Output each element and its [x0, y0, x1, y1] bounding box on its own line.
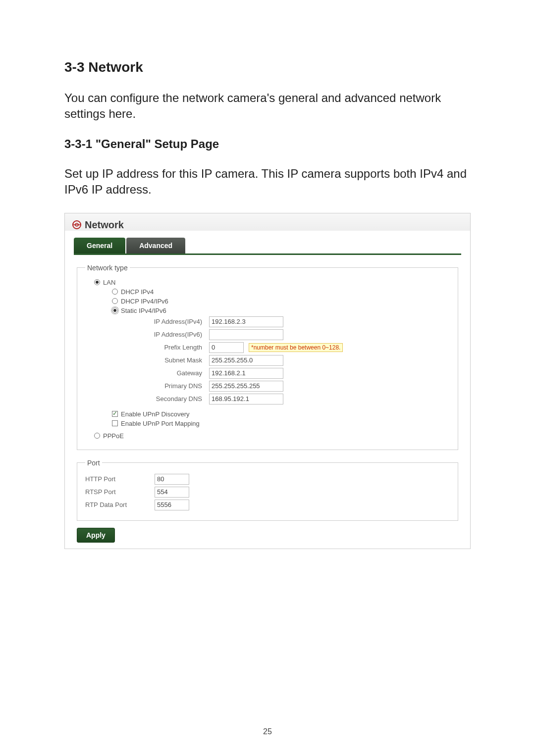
port-group: Port HTTP Port RTSP Port RTP Data Port: [77, 459, 458, 521]
secondary-dns-label: Secondary DNS: [130, 395, 209, 403]
radio-dhcp-ipv4-row[interactable]: DHCP IPv4: [112, 288, 450, 296]
upnp-discovery-label: Enable UPnP Discovery: [121, 410, 190, 418]
prefix-input[interactable]: [209, 342, 244, 353]
tab-advanced[interactable]: Advanced: [126, 238, 185, 253]
tabs: General Advanced: [74, 238, 461, 253]
port-legend: Port: [85, 459, 102, 467]
rtp-port-label: RTP Data Port: [85, 501, 155, 508]
rtsp-port-input[interactable]: [155, 487, 189, 498]
radio-pppoe-row[interactable]: PPPoE: [94, 432, 450, 440]
radio-lan-label: LAN: [103, 279, 115, 286]
tab-general[interactable]: General: [74, 238, 125, 253]
radio-dhcp-ipv4-ipv6-label: DHCP IPv4/IPv6: [121, 298, 168, 305]
ip-v4-input[interactable]: [209, 316, 283, 327]
network-panel: Network General Advanced Network type LA…: [64, 213, 471, 549]
intro-text: You can configure the network camera's g…: [64, 90, 471, 122]
primary-dns-label: Primary DNS: [130, 382, 209, 390]
radio-dhcp-ipv4-ipv6[interactable]: [112, 298, 118, 304]
prefix-label: Prefix Length: [130, 344, 209, 351]
subnet-input[interactable]: [209, 355, 283, 366]
sub-intro-text: Set up IP address for this IP camera. Th…: [64, 166, 471, 198]
upnp-port-mapping-label: Enable UPnP Port Mapping: [121, 420, 200, 427]
ip-v6-label: IP Address(IPv6): [130, 331, 209, 338]
page-number: 25: [0, 727, 535, 736]
radio-pppoe[interactable]: [94, 433, 100, 439]
sub-heading: 3-3-1 "General" Setup Page: [64, 137, 471, 151]
section-heading: 3-3 Network: [64, 59, 471, 75]
apply-button[interactable]: Apply: [77, 528, 115, 543]
radio-dhcp-ipv4[interactable]: [112, 289, 118, 295]
subnet-label: Subnet Mask: [130, 356, 209, 364]
http-port-input[interactable]: [155, 474, 189, 485]
gateway-label: Gateway: [130, 369, 209, 377]
network-type-legend: Network type: [85, 264, 130, 272]
rtp-port-input[interactable]: [155, 500, 189, 510]
radio-lan[interactable]: [94, 279, 100, 285]
upnp-port-mapping-row[interactable]: Enable UPnP Port Mapping: [112, 420, 450, 427]
ip-v4-label: IP Address(IPv4): [130, 318, 209, 325]
panel-header: Network: [65, 213, 470, 231]
checkbox-upnp-discovery[interactable]: [112, 411, 118, 417]
tab-underline: [74, 253, 461, 255]
prefix-hint: *number must be between 0~128.: [249, 343, 343, 352]
radio-static-row[interactable]: Static IPv4/IPv6: [112, 307, 450, 314]
panel-title: Network: [85, 219, 124, 231]
radio-dhcp-ipv4-label: DHCP IPv4: [121, 288, 154, 296]
network-icon: [72, 220, 82, 230]
upnp-discovery-row[interactable]: Enable UPnP Discovery: [112, 410, 450, 418]
radio-static-label: Static IPv4/IPv6: [121, 307, 166, 314]
gateway-input[interactable]: [209, 368, 283, 379]
network-type-group: Network type LAN DHCP IPv4 DHCP IPv4/IPv…: [77, 264, 458, 450]
radio-lan-row[interactable]: LAN: [94, 279, 450, 286]
primary-dns-input[interactable]: [209, 381, 283, 392]
rtsp-port-label: RTSP Port: [85, 488, 155, 496]
http-port-label: HTTP Port: [85, 475, 155, 483]
ip-v6-input[interactable]: [209, 329, 283, 340]
radio-dhcp-ipv4-ipv6-row[interactable]: DHCP IPv4/IPv6: [112, 298, 450, 305]
secondary-dns-input[interactable]: [209, 394, 283, 404]
checkbox-upnp-port-mapping[interactable]: [112, 420, 118, 426]
radio-pppoe-label: PPPoE: [103, 432, 124, 440]
radio-static[interactable]: [112, 307, 118, 313]
